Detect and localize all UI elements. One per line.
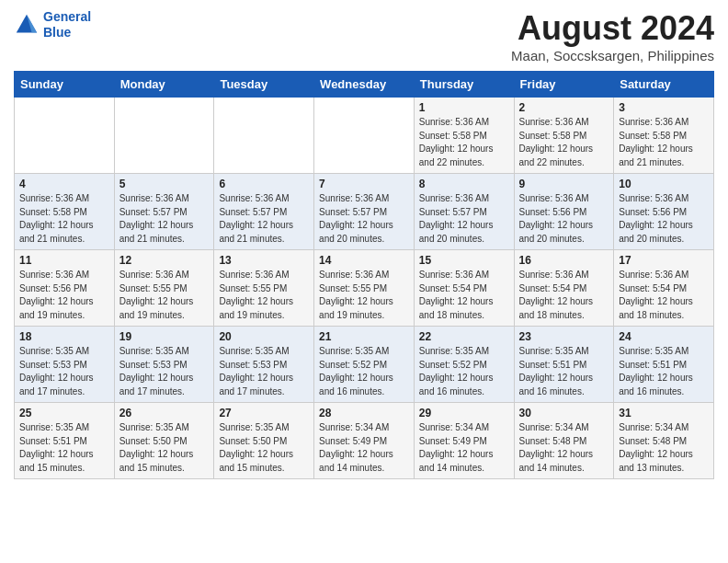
day-info: Sunrise: 5:34 AM Sunset: 5:49 PM Dayligh… — [419, 421, 509, 475]
calendar-cell: 27Sunrise: 5:35 AM Sunset: 5:50 PM Dayli… — [214, 403, 314, 479]
day-number: 24 — [619, 330, 709, 343]
day-info: Sunrise: 5:35 AM Sunset: 5:51 PM Dayligh… — [619, 345, 709, 398]
day-info: Sunrise: 5:34 AM Sunset: 5:49 PM Dayligh… — [319, 421, 409, 475]
day-number: 2 — [519, 101, 609, 114]
day-number: 19 — [119, 330, 210, 343]
day-info: Sunrise: 5:36 AM Sunset: 5:54 PM Dayligh… — [519, 269, 609, 322]
day-number: 29 — [419, 407, 509, 419]
day-info: Sunrise: 5:36 AM Sunset: 5:56 PM Dayligh… — [19, 269, 109, 322]
calendar-cell: 7Sunrise: 5:36 AM Sunset: 5:57 PM Daylig… — [314, 174, 415, 250]
calendar-cell — [214, 98, 314, 174]
logo-icon — [14, 12, 40, 38]
calendar-cell: 8Sunrise: 5:36 AM Sunset: 5:57 PM Daylig… — [414, 174, 514, 250]
day-number: 13 — [219, 254, 309, 267]
day-info: Sunrise: 5:36 AM Sunset: 5:57 PM Dayligh… — [219, 192, 309, 246]
calendar-cell: 3Sunrise: 5:36 AM Sunset: 5:58 PM Daylig… — [614, 98, 714, 174]
day-number: 5 — [119, 178, 210, 190]
calendar-cell: 25Sunrise: 5:35 AM Sunset: 5:51 PM Dayli… — [15, 403, 115, 479]
week-row-2: 4Sunrise: 5:36 AM Sunset: 5:58 PM Daylig… — [15, 174, 714, 250]
day-number: 30 — [519, 407, 609, 419]
calendar-cell: 2Sunrise: 5:36 AM Sunset: 5:58 PM Daylig… — [514, 98, 614, 174]
month-title: August 2024 — [511, 9, 714, 48]
day-info: Sunrise: 5:35 AM Sunset: 5:52 PM Dayligh… — [419, 345, 509, 398]
weekday-header-tuesday: Tuesday — [214, 72, 314, 98]
calendar-cell: 20Sunrise: 5:35 AM Sunset: 5:53 PM Dayli… — [214, 327, 314, 403]
day-info: Sunrise: 5:34 AM Sunset: 5:48 PM Dayligh… — [619, 421, 709, 475]
calendar-cell: 15Sunrise: 5:36 AM Sunset: 5:54 PM Dayli… — [414, 250, 514, 327]
weekday-header-monday: Monday — [114, 72, 214, 98]
title-area: August 2024 Maan, Soccsksargen, Philippi… — [511, 9, 714, 63]
day-number: 15 — [419, 254, 509, 267]
day-info: Sunrise: 5:35 AM Sunset: 5:50 PM Dayligh… — [119, 421, 210, 475]
day-number: 17 — [619, 254, 709, 267]
day-number: 16 — [519, 254, 609, 267]
calendar-cell: 21Sunrise: 5:35 AM Sunset: 5:52 PM Dayli… — [314, 327, 415, 403]
day-number: 18 — [19, 330, 109, 343]
day-number: 12 — [119, 254, 210, 267]
calendar-cell: 6Sunrise: 5:36 AM Sunset: 5:57 PM Daylig… — [214, 174, 314, 250]
day-number: 7 — [319, 178, 409, 190]
day-info: Sunrise: 5:34 AM Sunset: 5:48 PM Dayligh… — [519, 421, 609, 475]
day-info: Sunrise: 5:36 AM Sunset: 5:55 PM Dayligh… — [119, 269, 210, 322]
day-number: 28 — [319, 407, 409, 419]
logo: General Blue — [14, 9, 91, 40]
day-info: Sunrise: 5:36 AM Sunset: 5:54 PM Dayligh… — [419, 269, 509, 322]
week-row-5: 25Sunrise: 5:35 AM Sunset: 5:51 PM Dayli… — [15, 403, 714, 479]
day-number: 31 — [619, 407, 709, 419]
day-number: 1 — [419, 101, 509, 114]
day-number: 20 — [219, 330, 309, 343]
day-info: Sunrise: 5:35 AM Sunset: 5:51 PM Dayligh… — [19, 421, 109, 475]
weekday-header-sunday: Sunday — [15, 72, 115, 98]
calendar-cell: 29Sunrise: 5:34 AM Sunset: 5:49 PM Dayli… — [414, 403, 514, 479]
logo-text: General Blue — [43, 9, 91, 40]
calendar-cell: 10Sunrise: 5:36 AM Sunset: 5:56 PM Dayli… — [614, 174, 714, 250]
day-number: 22 — [419, 330, 509, 343]
calendar-cell: 13Sunrise: 5:36 AM Sunset: 5:55 PM Dayli… — [214, 250, 314, 327]
calendar-cell: 17Sunrise: 5:36 AM Sunset: 5:54 PM Dayli… — [614, 250, 714, 327]
day-info: Sunrise: 5:35 AM Sunset: 5:53 PM Dayligh… — [19, 345, 109, 398]
day-number: 4 — [19, 178, 109, 190]
calendar-table: SundayMondayTuesdayWednesdayThursdayFrid… — [14, 71, 714, 479]
weekday-header-thursday: Thursday — [414, 72, 514, 98]
day-number: 11 — [19, 254, 109, 267]
day-number: 27 — [219, 407, 309, 419]
day-info: Sunrise: 5:36 AM Sunset: 5:54 PM Dayligh… — [619, 269, 709, 322]
calendar-cell: 5Sunrise: 5:36 AM Sunset: 5:57 PM Daylig… — [114, 174, 214, 250]
weekday-header-wednesday: Wednesday — [314, 72, 415, 98]
day-info: Sunrise: 5:36 AM Sunset: 5:58 PM Dayligh… — [619, 116, 709, 169]
day-info: Sunrise: 5:36 AM Sunset: 5:57 PM Dayligh… — [119, 192, 210, 246]
calendar-cell: 18Sunrise: 5:35 AM Sunset: 5:53 PM Dayli… — [15, 327, 115, 403]
day-info: Sunrise: 5:36 AM Sunset: 5:58 PM Dayligh… — [519, 116, 609, 169]
calendar-cell — [314, 98, 415, 174]
weekday-header-saturday: Saturday — [614, 72, 714, 98]
week-row-1: 1Sunrise: 5:36 AM Sunset: 5:58 PM Daylig… — [15, 98, 714, 174]
day-number: 14 — [319, 254, 409, 267]
day-info: Sunrise: 5:36 AM Sunset: 5:55 PM Dayligh… — [319, 269, 409, 322]
week-row-4: 18Sunrise: 5:35 AM Sunset: 5:53 PM Dayli… — [15, 327, 714, 403]
calendar-cell: 24Sunrise: 5:35 AM Sunset: 5:51 PM Dayli… — [614, 327, 714, 403]
weekday-header-row: SundayMondayTuesdayWednesdayThursdayFrid… — [15, 72, 714, 98]
day-number: 26 — [119, 407, 210, 419]
calendar-cell: 26Sunrise: 5:35 AM Sunset: 5:50 PM Dayli… — [114, 403, 214, 479]
day-info: Sunrise: 5:35 AM Sunset: 5:53 PM Dayligh… — [219, 345, 309, 398]
calendar-cell: 1Sunrise: 5:36 AM Sunset: 5:58 PM Daylig… — [414, 98, 514, 174]
calendar-cell: 22Sunrise: 5:35 AM Sunset: 5:52 PM Dayli… — [414, 327, 514, 403]
day-number: 25 — [19, 407, 109, 419]
day-info: Sunrise: 5:35 AM Sunset: 5:53 PM Dayligh… — [119, 345, 210, 398]
day-info: Sunrise: 5:36 AM Sunset: 5:57 PM Dayligh… — [319, 192, 409, 246]
calendar-cell: 31Sunrise: 5:34 AM Sunset: 5:48 PM Dayli… — [614, 403, 714, 479]
calendar-cell: 19Sunrise: 5:35 AM Sunset: 5:53 PM Dayli… — [114, 327, 214, 403]
calendar-cell: 16Sunrise: 5:36 AM Sunset: 5:54 PM Dayli… — [514, 250, 614, 327]
calendar-cell: 28Sunrise: 5:34 AM Sunset: 5:49 PM Dayli… — [314, 403, 415, 479]
calendar-cell: 30Sunrise: 5:34 AM Sunset: 5:48 PM Dayli… — [514, 403, 614, 479]
day-info: Sunrise: 5:36 AM Sunset: 5:57 PM Dayligh… — [419, 192, 509, 246]
day-info: Sunrise: 5:36 AM Sunset: 5:56 PM Dayligh… — [619, 192, 709, 246]
day-info: Sunrise: 5:36 AM Sunset: 5:55 PM Dayligh… — [219, 269, 309, 322]
day-number: 6 — [219, 178, 309, 190]
day-number: 10 — [619, 178, 709, 190]
calendar-cell: 23Sunrise: 5:35 AM Sunset: 5:51 PM Dayli… — [514, 327, 614, 403]
calendar-cell: 12Sunrise: 5:36 AM Sunset: 5:55 PM Dayli… — [114, 250, 214, 327]
header: General Blue August 2024 Maan, Soccsksar… — [14, 9, 714, 63]
location: Maan, Soccsksargen, Philippines — [511, 48, 714, 63]
day-number: 8 — [419, 178, 509, 190]
